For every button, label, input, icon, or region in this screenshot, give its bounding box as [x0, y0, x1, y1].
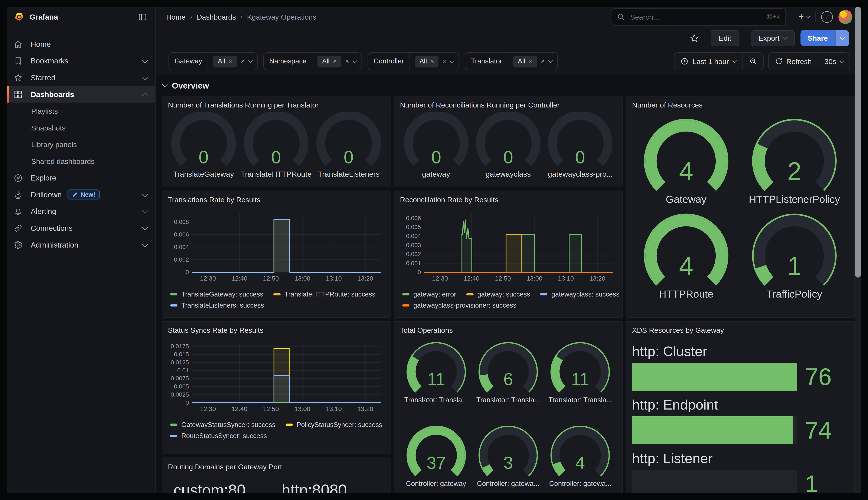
zoom-out-time-button[interactable]	[742, 53, 763, 70]
sidebar-subitem-playlists[interactable]: Playlists	[7, 103, 155, 120]
clear-variable-icon[interactable]: ×	[241, 57, 245, 65]
x-tick-label: 13:10	[326, 405, 342, 412]
sidebar: Grafana HomeBookmarksStarredDashboardsPl…	[7, 7, 156, 493]
panel-title[interactable]: Number of Resources	[632, 100, 848, 112]
clear-variable-icon[interactable]: ×	[345, 57, 349, 65]
star-dashboard-icon[interactable]	[690, 33, 699, 43]
x-tick-label: 12:50	[263, 275, 279, 282]
chevron-down-icon[interactable]	[248, 58, 253, 63]
page-scrollbar[interactable]	[855, 7, 861, 493]
variable-chip[interactable]: All×	[513, 56, 537, 67]
panel-title[interactable]: XDS Resources by Gateway	[632, 325, 848, 337]
panel-title[interactable]: Translations Rate by Results	[168, 195, 385, 207]
chevron-down-icon	[142, 207, 148, 214]
legend-item[interactable]: RouteStatusSyncer: success	[170, 432, 267, 440]
new-menu-button[interactable]: +	[799, 12, 809, 22]
sidebar-item-connections[interactable]: Connections	[7, 220, 155, 237]
time-series-plot[interactable]: 12:3012:4012:5013:0013:1013:2000.00250.0…	[168, 337, 385, 415]
variable-chip[interactable]: All×	[318, 56, 341, 67]
variable-value: All××	[508, 56, 557, 67]
sidebar-item-dashboards[interactable]: Dashboards	[7, 86, 155, 103]
legend-item[interactable]: PolicyStatusSyncer: success	[286, 421, 382, 429]
sidebar-item-home[interactable]: Home	[7, 36, 155, 53]
legend-swatch	[402, 304, 410, 307]
refresh-interval-picker[interactable]: 30s	[818, 53, 849, 70]
legend-swatch	[273, 293, 281, 296]
chart-area: 12:3012:4012:5013:0013:1013:2000.0020.00…	[168, 207, 385, 287]
chip-remove-icon[interactable]: ×	[430, 57, 434, 65]
avatar[interactable]	[838, 10, 852, 24]
variable-chip[interactable]: All×	[415, 56, 439, 67]
chevron-down-icon	[142, 57, 148, 63]
gauge-arc: 4	[643, 116, 729, 193]
grafana-logo-icon[interactable]	[14, 12, 24, 22]
bar-gauge[interactable]: 74	[632, 416, 848, 444]
chevron-down-icon[interactable]	[450, 58, 455, 63]
sidebar-item-explore[interactable]: Explore	[7, 169, 155, 186]
clear-variable-icon[interactable]: ×	[443, 57, 446, 65]
legend-item[interactable]: gatewayclass-provisioner: success	[402, 302, 516, 309]
sidebar-item-bookmarks[interactable]: Bookmarks	[7, 52, 155, 69]
scrollbar-thumb[interactable]	[855, 7, 861, 277]
legend-item[interactable]: TranslateListeners: success	[170, 302, 264, 309]
bar-gauge[interactable]: 1	[632, 470, 848, 493]
panel-title[interactable]: Number of Translations Running per Trans…	[168, 100, 385, 112]
bar-gauge[interactable]: 76	[632, 363, 848, 390]
panel-title[interactable]: Routing Domains per Gateway Port	[168, 462, 385, 474]
legend-item[interactable]: gateway: success	[466, 290, 530, 298]
legend-item[interactable]: TranslateGateway: success	[170, 290, 263, 298]
sidebar-item-label: Drilldown	[31, 190, 62, 198]
chevron-down-icon[interactable]	[353, 58, 357, 63]
chip-remove-icon[interactable]: ×	[333, 57, 337, 65]
legend-label: RouteStatusSyncer: success	[181, 432, 267, 440]
share-menu-button[interactable]	[835, 30, 849, 46]
divider	[705, 32, 705, 43]
share-button[interactable]: Share	[800, 30, 835, 46]
sidebar-item-starred[interactable]: Starred	[7, 69, 155, 86]
variable-chip[interactable]: All×	[213, 56, 237, 67]
breadcrumb-item[interactable]: Dashboards	[197, 13, 236, 21]
edit-button[interactable]: Edit	[711, 30, 739, 46]
collapse-sidebar-icon[interactable]	[138, 12, 147, 22]
row-overview-toggle[interactable]: Overview	[162, 78, 855, 93]
panel-title[interactable]: Number of Reconciliations Running per Co…	[400, 100, 616, 112]
y-tick-label: 0	[186, 399, 189, 406]
sidebar-item-label: Connections	[31, 224, 73, 232]
export-button[interactable]: Export	[751, 30, 795, 46]
sidebar-subitem-shared-dashboards[interactable]: Shared dashboards	[7, 152, 155, 169]
gauge-value: 1	[787, 252, 802, 280]
legend-item[interactable]: gatewayclass: success	[540, 290, 620, 298]
panel-title[interactable]: Total Operations	[400, 325, 616, 337]
legend-label: gatewayclass-provisioner: success	[413, 302, 516, 309]
refresh-button[interactable]: Refresh	[768, 53, 818, 70]
chip-remove-icon[interactable]: ×	[528, 57, 532, 65]
legend-swatch	[170, 293, 177, 296]
breadcrumb-item[interactable]: Home	[166, 13, 186, 21]
legend-item[interactable]: GatewayStatusSyncer: success	[170, 421, 276, 429]
sidebar-subitem-library-panels[interactable]: Library panels	[7, 136, 155, 153]
time-range-picker[interactable]: Last 1 hour	[675, 53, 742, 70]
time-series-plot[interactable]: 12:3012:4012:5013:0013:1013:2000.0020.00…	[168, 207, 385, 285]
apps-icon	[13, 89, 23, 99]
breadcrumb-item[interactable]: Kgateway Operations	[247, 13, 316, 21]
search-box[interactable]: ⌘+k	[611, 8, 786, 25]
panel-reconciliation-rate: Reconciliation Rate by Results 12:3012:4…	[394, 191, 622, 318]
legend-item[interactable]: gateway: error	[402, 290, 456, 298]
bar-label: http: Listener	[632, 450, 848, 467]
x-tick-label: 13:00	[294, 405, 310, 412]
help-icon[interactable]: ?	[821, 11, 833, 23]
y-tick-label: 0.006	[174, 231, 189, 238]
sidebar-item-administration[interactable]: Administration	[7, 236, 155, 253]
gauge-translatehttproute: 0TranslateHTTPRoute	[241, 112, 312, 178]
clear-variable-icon[interactable]: ×	[541, 57, 545, 65]
time-series-plot[interactable]: 12:3012:4012:5013:0013:1013:2000.0010.00…	[400, 207, 616, 285]
sidebar-item-drilldown[interactable]: DrilldownNew!	[7, 186, 155, 203]
sidebar-subitem-snapshots[interactable]: Snapshots	[7, 119, 155, 136]
sidebar-item-alerting[interactable]: Alerting	[7, 203, 155, 220]
search-input[interactable]	[629, 12, 761, 22]
chip-remove-icon[interactable]: ×	[229, 57, 232, 65]
legend-item[interactable]: TranslateHTTPRoute: success	[273, 290, 375, 298]
panel-title[interactable]: Reconciliation Rate by Results	[400, 195, 616, 207]
chevron-down-icon[interactable]	[548, 58, 553, 63]
panel-title[interactable]: Status Syncs Rate by Results	[168, 325, 385, 337]
